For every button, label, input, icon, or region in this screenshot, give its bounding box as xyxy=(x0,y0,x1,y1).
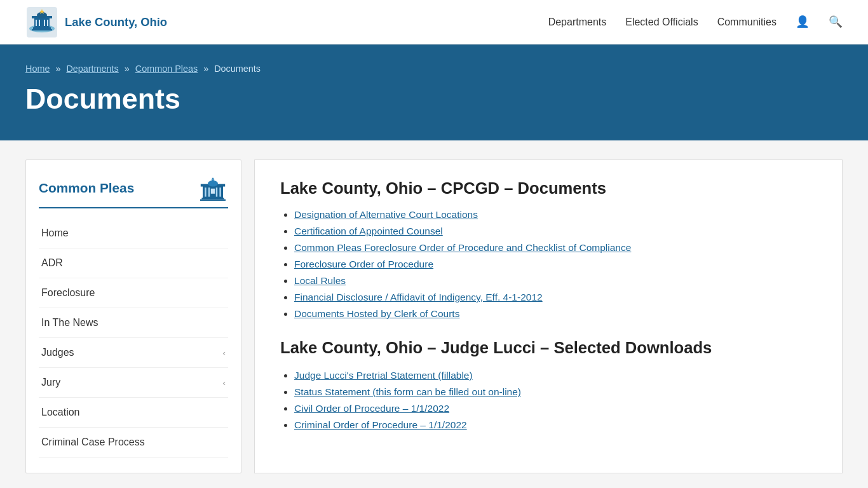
svg-rect-20 xyxy=(216,187,217,196)
content-area: Lake County, Ohio – CPCGD – Documents De… xyxy=(254,159,843,473)
section1-title: Lake County, Ohio – CPCGD – Documents xyxy=(280,179,817,198)
nav-elected-officials[interactable]: Elected Officials xyxy=(625,17,698,28)
list-item: Certification of Appointed Counsel xyxy=(294,226,817,237)
chevron-icon-jury: ‹ xyxy=(222,378,226,388)
breadcrumb-home[interactable]: Home xyxy=(25,64,50,74)
sidebar-item-label-foreclosure: Foreclosure xyxy=(41,287,95,299)
logo-text: Lake County, Ohio xyxy=(65,15,167,29)
link-foreclosure-order[interactable]: Foreclosure Order of Procedure xyxy=(294,259,433,269)
svg-rect-19 xyxy=(208,187,210,196)
link-civil-order[interactable]: Civil Order of Procedure – 1/1/2022 xyxy=(294,403,449,414)
sidebar-building-icon xyxy=(198,175,228,201)
sidebar-item-label-home: Home xyxy=(41,227,69,239)
svg-rect-24 xyxy=(211,189,215,194)
main-nav: Departments Elected Officials Communitie… xyxy=(548,15,843,29)
sidebar-item-judges[interactable]: Judges ‹ xyxy=(39,338,228,368)
svg-rect-16 xyxy=(212,179,214,184)
link-financial-disclosure[interactable]: Financial Disclosure / Affidavit of Indi… xyxy=(294,292,543,302)
list-item: Financial Disclosure / Affidavit of Indi… xyxy=(294,292,817,303)
breadcrumb: Home » Departments » Common Pleas » Docu… xyxy=(25,64,843,74)
list-item: Judge Lucci's Pretrial Statement (fillab… xyxy=(294,370,817,381)
link-status-statement[interactable]: Status Statement (this form can be fille… xyxy=(294,386,521,397)
svg-rect-10 xyxy=(33,27,51,29)
nav-communities[interactable]: Communities xyxy=(717,17,776,28)
chevron-icon-judges: ‹ xyxy=(222,348,226,358)
link-pretrial-statement[interactable]: Judge Lucci's Pretrial Statement (fillab… xyxy=(294,370,473,381)
sidebar-item-in-the-news[interactable]: In The News xyxy=(39,308,228,338)
list-item: Documents Hosted by Clerk of Courts xyxy=(294,308,817,320)
link-cert-counsel[interactable]: Certification of Appointed Counsel xyxy=(294,226,443,236)
link-alt-court[interactable]: Designation of Alternative Court Locatio… xyxy=(294,209,478,220)
link-clerk-of-courts[interactable]: Documents Hosted by Clerk of Courts xyxy=(294,308,459,319)
sidebar-nav: Home ADR Foreclosure In The News xyxy=(39,219,228,458)
svg-rect-7 xyxy=(39,20,40,26)
search-icon[interactable]: 🔍 xyxy=(829,15,843,29)
logo-link[interactable]: Lake County, Ohio xyxy=(25,6,167,39)
link-local-rules[interactable]: Local Rules xyxy=(294,275,346,286)
svg-rect-6 xyxy=(36,20,37,26)
sidebar-item-jury[interactable]: Jury ‹ xyxy=(39,368,228,398)
link-criminal-order[interactable]: Criminal Order of Procedure – 1/1/2022 xyxy=(294,419,467,430)
sidebar-item-label-judges: Judges xyxy=(41,347,74,358)
list-item: Status Statement (this form can be fille… xyxy=(294,386,817,398)
account-icon[interactable]: 👤 xyxy=(796,15,810,29)
list-item: Civil Order of Procedure – 1/1/2022 xyxy=(294,403,817,414)
breadcrumb-current: Documents xyxy=(214,64,261,74)
section1-list: Designation of Alternative Court Locatio… xyxy=(280,209,817,320)
svg-rect-22 xyxy=(201,198,224,199)
svg-rect-23 xyxy=(200,200,226,201)
breadcrumb-departments[interactable]: Departments xyxy=(66,64,118,74)
sidebar-item-home[interactable]: Home xyxy=(39,219,228,248)
list-item: Local Rules xyxy=(294,275,817,287)
sidebar: Common Pleas xyxy=(25,159,241,473)
logo-icon xyxy=(25,6,58,39)
sidebar-item-label-location: Location xyxy=(41,407,80,418)
list-item: Designation of Alternative Court Locatio… xyxy=(294,209,817,220)
breadcrumb-common-pleas[interactable]: Common Pleas xyxy=(135,64,198,74)
hero-banner: Home » Departments » Common Pleas » Docu… xyxy=(0,44,868,140)
sidebar-item-label-jury: Jury xyxy=(41,377,60,388)
sidebar-item-foreclosure[interactable]: Foreclosure xyxy=(39,278,228,308)
sidebar-item-label-news: In The News xyxy=(41,317,98,329)
list-item: Common Pleas Foreclosure Order of Proced… xyxy=(294,242,817,254)
svg-rect-21 xyxy=(219,187,220,196)
sidebar-header: Common Pleas xyxy=(39,175,228,208)
sidebar-item-adr[interactable]: ADR xyxy=(39,248,228,278)
sidebar-item-label-adr: ADR xyxy=(41,257,63,269)
section2-title: Lake County, Ohio – Judge Lucci – Select… xyxy=(280,337,817,358)
list-item: Criminal Order of Procedure – 1/1/2022 xyxy=(294,419,817,431)
section2-list: Judge Lucci's Pretrial Statement (fillab… xyxy=(280,370,817,431)
main-content: Common Pleas xyxy=(0,140,868,488)
page-title: Documents xyxy=(25,83,843,115)
sidebar-title: Common Pleas xyxy=(39,180,134,196)
svg-rect-9 xyxy=(47,20,48,26)
svg-rect-18 xyxy=(205,187,206,196)
svg-rect-11 xyxy=(32,29,52,30)
site-header: Lake County, Ohio Departments Elected Of… xyxy=(0,0,868,44)
svg-marker-17 xyxy=(212,177,215,179)
svg-rect-8 xyxy=(44,20,45,26)
list-item: Foreclosure Order of Procedure xyxy=(294,259,817,270)
sidebar-item-label-criminal: Criminal Case Process xyxy=(41,437,145,448)
nav-departments[interactable]: Departments xyxy=(548,17,607,28)
link-foreclosure-checklist[interactable]: Common Pleas Foreclosure Order of Proced… xyxy=(294,242,631,253)
sidebar-item-location[interactable]: Location xyxy=(39,398,228,428)
sidebar-item-criminal-case-process[interactable]: Criminal Case Process xyxy=(39,428,228,458)
